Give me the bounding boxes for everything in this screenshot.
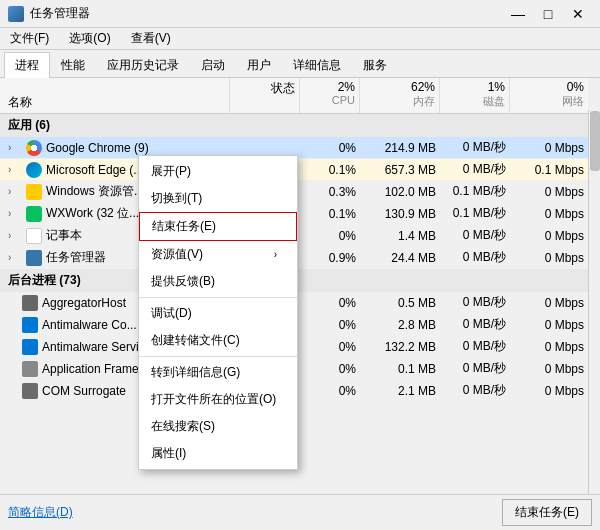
menu-file[interactable]: 文件(F): [6, 28, 53, 49]
vertical-scrollbar[interactable]: [588, 110, 600, 494]
disk-cell: 0.1 MB/秒: [440, 183, 510, 200]
section-apps: 应用 (6): [0, 114, 588, 137]
tab-performance[interactable]: 性能: [50, 52, 96, 78]
mem-cell: 24.4 MB: [360, 251, 440, 265]
ctx-dump[interactable]: 创建转储文件(C): [139, 327, 297, 354]
menu-options[interactable]: 选项(O): [65, 28, 114, 49]
window-controls: — □ ✕: [504, 0, 592, 28]
appframe-icon: [22, 361, 38, 377]
disk-cell: 0 MB/秒: [440, 316, 510, 333]
disk-cell: 0 MB/秒: [440, 360, 510, 377]
close-button[interactable]: ✕: [564, 0, 592, 28]
ctx-resource[interactable]: 资源值(V) ›: [139, 241, 297, 268]
minimize-button[interactable]: —: [504, 0, 532, 28]
cpu-cell: 0%: [300, 141, 360, 155]
maximize-button[interactable]: □: [534, 0, 562, 28]
process-name: Google Chrome (9): [46, 141, 149, 155]
mem-cell: 102.0 MB: [360, 185, 440, 199]
com-icon: [22, 383, 38, 399]
edge-icon: [26, 162, 42, 178]
tab-process[interactable]: 进程: [4, 52, 50, 78]
process-name: COM Surrogate: [42, 384, 126, 398]
antimalware-icon: [22, 317, 38, 333]
process-name: 任务管理器: [46, 249, 106, 266]
disk-cell: 0 MB/秒: [440, 382, 510, 399]
ctx-separator-1: [139, 297, 297, 298]
tab-app-history[interactable]: 应用历史记录: [96, 52, 190, 78]
summary-link[interactable]: 简略信息(D): [8, 504, 73, 521]
notepad-icon: [26, 228, 42, 244]
explorer-icon: [26, 184, 42, 200]
tab-users[interactable]: 用户: [236, 52, 282, 78]
agg-icon: [22, 295, 38, 311]
process-name: Microsoft Edge (...): [46, 163, 147, 177]
ctx-debug[interactable]: 调试(D): [139, 300, 297, 327]
disk-cell: 0 MB/秒: [440, 338, 510, 355]
cpu-cell: 0%: [300, 384, 360, 398]
mem-cell: 2.1 MB: [360, 384, 440, 398]
mem-cell: 0.1 MB: [360, 362, 440, 376]
tab-details[interactable]: 详细信息: [282, 52, 352, 78]
net-cell: 0 Mbps: [510, 296, 588, 310]
ctx-online-search[interactable]: 在线搜索(S): [139, 413, 297, 440]
net-cell: 0 Mbps: [510, 362, 588, 376]
col-header-memory[interactable]: 62% 内存: [360, 78, 440, 113]
disk-cell: 0 MB/秒: [440, 227, 510, 244]
disk-cell: 0.1 MB/秒: [440, 205, 510, 222]
context-menu: 展开(P) 切换到(T) 结束任务(E) 资源值(V) › 提供反馈(B) 调试…: [138, 155, 298, 470]
expand-icon: ›: [8, 230, 22, 241]
disk-cell: 0 MB/秒: [440, 249, 510, 266]
ctx-properties[interactable]: 属性(I): [139, 440, 297, 467]
app-icon: [8, 6, 24, 22]
end-task-button[interactable]: 结束任务(E): [502, 499, 592, 526]
bottom-bar: 简略信息(D) 结束任务(E): [0, 494, 600, 530]
col-header-cpu[interactable]: 2% CPU: [300, 78, 360, 113]
ctx-open-location[interactable]: 打开文件所在的位置(O): [139, 386, 297, 413]
process-name: AggregatorHost: [42, 296, 126, 310]
antimalware-svc-icon: [22, 339, 38, 355]
menu-view[interactable]: 查看(V): [127, 28, 175, 49]
col-header-disk[interactable]: 1% 磁盘: [440, 78, 510, 113]
expand-icon: ›: [8, 164, 22, 175]
col-header-status[interactable]: 状态: [230, 78, 300, 113]
disk-cell: 0 MB/秒: [440, 139, 510, 156]
mem-cell: 1.4 MB: [360, 229, 440, 243]
col-header-network[interactable]: 0% 网络: [510, 78, 588, 113]
mem-cell: 657.3 MB: [360, 163, 440, 177]
net-cell: 0 Mbps: [510, 207, 588, 221]
mem-cell: 132.2 MB: [360, 340, 440, 354]
tab-services[interactable]: 服务: [352, 52, 398, 78]
expand-icon: ›: [8, 208, 22, 219]
tab-bar: 进程 性能 应用历史记录 启动 用户 详细信息 服务: [0, 50, 600, 78]
tab-startup[interactable]: 启动: [190, 52, 236, 78]
process-name: WXWork (32 位...): [46, 205, 143, 222]
mem-cell: 0.5 MB: [360, 296, 440, 310]
col-header-name[interactable]: 名称: [0, 78, 230, 113]
net-cell: 0 Mbps: [510, 141, 588, 155]
cpu-cell: 0%: [300, 340, 360, 354]
chrome-icon: [26, 140, 42, 156]
net-cell: 0 Mbps: [510, 251, 588, 265]
wxwork-icon: [26, 206, 42, 222]
cpu-cell: 0.1%: [300, 163, 360, 177]
expand-icon: ›: [8, 186, 22, 197]
net-cell: 0 Mbps: [510, 340, 588, 354]
title-bar: 任务管理器 — □ ✕: [0, 0, 600, 28]
mem-cell: 214.9 MB: [360, 141, 440, 155]
ctx-expand[interactable]: 展开(P): [139, 158, 297, 185]
ctx-feedback[interactable]: 提供反馈(B): [139, 268, 297, 295]
net-cell: 0.1 Mbps: [510, 163, 588, 177]
ctx-details[interactable]: 转到详细信息(G): [139, 359, 297, 386]
ctx-switch[interactable]: 切换到(T): [139, 185, 297, 212]
ctx-separator-2: [139, 356, 297, 357]
cpu-cell: 0%: [300, 296, 360, 310]
ctx-end-task[interactable]: 结束任务(E): [139, 212, 297, 241]
scrollbar-thumb[interactable]: [590, 111, 600, 171]
column-header: 名称 状态 2% CPU 62% 内存 1% 磁盘 0% 网络: [0, 78, 588, 114]
cpu-cell: 0%: [300, 318, 360, 332]
cpu-cell: 0%: [300, 229, 360, 243]
net-cell: 0 Mbps: [510, 318, 588, 332]
mem-cell: 130.9 MB: [360, 207, 440, 221]
cpu-cell: 0.9%: [300, 251, 360, 265]
process-name: Antimalware Co...: [42, 318, 137, 332]
